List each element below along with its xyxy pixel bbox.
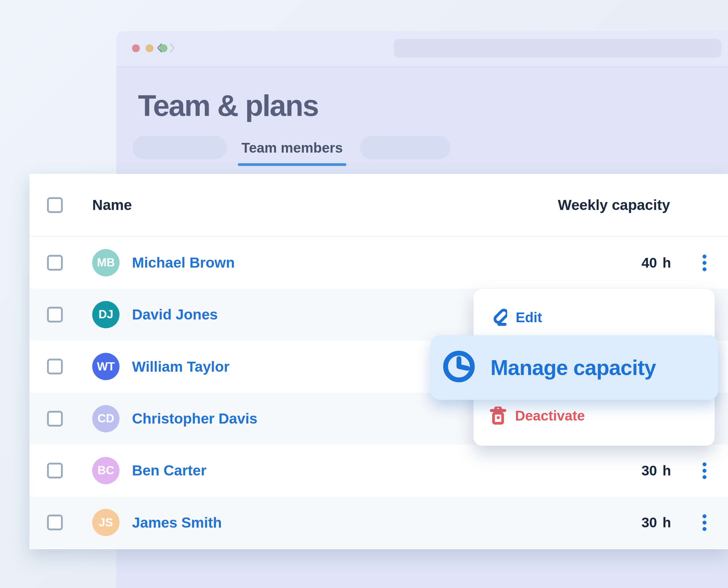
avatar: JS — [92, 509, 120, 536]
forward-icon[interactable] — [166, 42, 178, 54]
weekly-capacity-value: 30 h — [642, 497, 671, 549]
row-checkbox[interactable] — [47, 514, 63, 530]
back-icon[interactable] — [154, 42, 166, 54]
row-checkbox[interactable] — [47, 359, 63, 374]
menu-item-label: Manage capacity — [491, 335, 656, 400]
avatar-initials: CD — [98, 412, 114, 425]
tab-placeholder-left[interactable] — [132, 136, 227, 159]
table-row[interactable]: BC Ben Carter 30 h — [29, 444, 728, 496]
avatar-initials: DJ — [99, 308, 113, 321]
avatar: WT — [92, 353, 120, 380]
weekly-capacity-value: 30 h — [642, 444, 671, 496]
member-name-link[interactable]: Ben Carter — [132, 444, 206, 496]
avatar: CD — [92, 405, 120, 432]
capacity-number: 30 — [642, 462, 657, 479]
weekly-capacity-value: 40 h — [642, 237, 671, 289]
capacity-unit: h — [662, 462, 671, 479]
menu-item-label: Deactivate — [515, 407, 585, 424]
row-actions-kebab-icon[interactable] — [703, 255, 707, 271]
table-row[interactable]: MB Michael Brown 40 h — [29, 237, 728, 289]
avatar: DJ — [92, 301, 120, 328]
address-bar[interactable] — [394, 39, 721, 58]
table-header-row: Name Weekly capacity — [29, 174, 728, 237]
trash-icon — [490, 406, 507, 425]
capacity-number: 30 — [642, 514, 657, 531]
column-header-name: Name — [92, 174, 132, 236]
avatar-initials: WT — [97, 360, 115, 373]
avatar: MB — [92, 249, 120, 276]
row-checkbox[interactable] — [47, 255, 63, 271]
table-row[interactable]: JS James Smith 30 h — [29, 497, 728, 549]
clock-icon — [443, 351, 475, 382]
pencil-icon — [490, 309, 507, 326]
team-plans-screen: { "page": { "title": "Team & plans" }, "… — [0, 0, 728, 588]
avatar: BC — [92, 457, 120, 484]
capacity-unit: h — [662, 255, 671, 271]
menu-item-manage-capacity[interactable]: Manage capacity — [430, 335, 718, 400]
window-minimize-dot[interactable] — [146, 44, 153, 52]
row-checkbox[interactable] — [47, 307, 63, 322]
row-actions-kebab-icon[interactable] — [703, 514, 707, 531]
window-close-dot[interactable] — [132, 44, 140, 52]
avatar-initials: JS — [99, 516, 113, 529]
row-checkbox[interactable] — [47, 411, 63, 426]
row-checkbox[interactable] — [47, 463, 63, 479]
member-name-link[interactable]: James Smith — [132, 497, 222, 549]
tab-placeholder-right[interactable] — [360, 136, 450, 159]
tab-team-members[interactable]: Team members — [238, 136, 346, 159]
menu-item-edit[interactable]: Edit — [490, 307, 542, 328]
member-name-link[interactable]: Michael Brown — [132, 237, 235, 289]
capacity-unit: h — [662, 514, 671, 531]
capacity-number: 40 — [642, 255, 657, 271]
menu-item-deactivate[interactable]: Deactivate — [490, 406, 585, 426]
active-tab-underline — [238, 163, 346, 166]
avatar-initials: MB — [97, 256, 115, 269]
row-actions-kebab-icon[interactable] — [703, 462, 707, 479]
page-title: Team & plans — [138, 89, 318, 123]
avatar-initials: BC — [98, 464, 114, 477]
select-all-checkbox[interactable] — [47, 197, 63, 213]
member-name-link[interactable]: Christopher Davis — [132, 393, 257, 444]
column-header-weekly-capacity: Weekly capacity — [558, 174, 670, 236]
member-name-link[interactable]: David Jones — [132, 289, 218, 340]
member-name-link[interactable]: William Taylor — [132, 341, 229, 393]
menu-item-label: Edit — [516, 309, 542, 326]
